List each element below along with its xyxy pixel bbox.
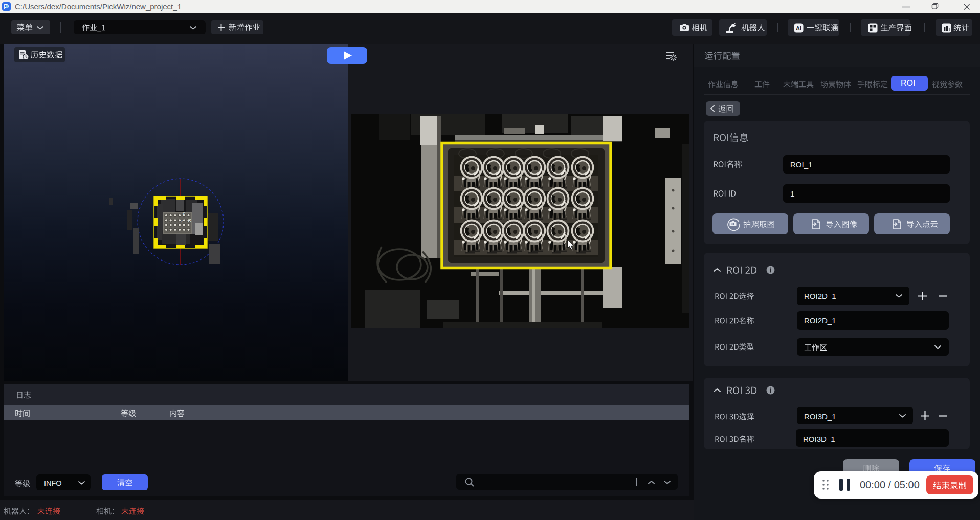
svg-text:Y: Y xyxy=(182,211,186,216)
svg-text:AI: AI xyxy=(796,25,801,31)
svg-text:X: X xyxy=(188,218,192,223)
